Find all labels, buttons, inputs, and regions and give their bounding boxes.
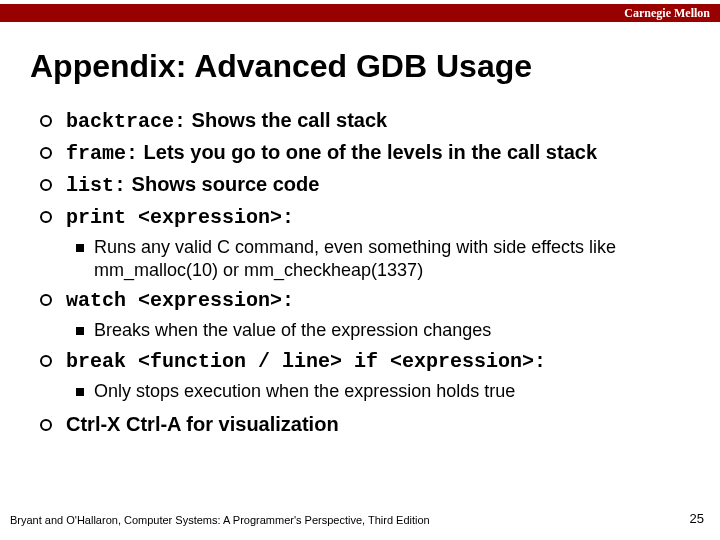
cmd-text: backtrace: bbox=[66, 110, 186, 133]
circle-bullet-icon bbox=[40, 209, 54, 223]
bullet-item: list: Shows source code bbox=[40, 172, 680, 198]
circle-bullet-icon bbox=[40, 113, 54, 127]
square-bullet-icon bbox=[76, 244, 84, 252]
circle-bullet-icon bbox=[40, 145, 54, 159]
circle-bullet-icon bbox=[40, 353, 54, 367]
sub-bullet-item: Runs any valid C command, even something… bbox=[76, 236, 680, 281]
cmd-text: frame: bbox=[66, 142, 138, 165]
cmd-text: print <expression>: bbox=[66, 206, 294, 229]
brand-text: Carnegie Mellon bbox=[624, 4, 710, 22]
square-bullet-icon bbox=[76, 327, 84, 335]
sub-bullet-item: Breaks when the value of the expression … bbox=[76, 319, 680, 342]
sub-text: Runs any valid C command, even something… bbox=[94, 236, 680, 281]
slide-title: Appendix: Advanced GDB Usage bbox=[30, 48, 532, 85]
sub-text: Breaks when the value of the expression … bbox=[94, 319, 491, 342]
bullet-item: watch <expression>: bbox=[40, 287, 680, 313]
desc-text: Lets you go to one of the levels in the … bbox=[138, 141, 597, 163]
cmd-text: watch <expression>: bbox=[66, 289, 294, 312]
bullet-item: backtrace: Shows the call stack bbox=[40, 108, 680, 134]
page-number: 25 bbox=[690, 511, 704, 526]
plain-text: Ctrl-X Ctrl-A for visualization bbox=[66, 412, 339, 437]
desc-text: Shows source code bbox=[126, 173, 319, 195]
bullet-item: print <expression>: bbox=[40, 204, 680, 230]
bullet-item: Ctrl-X Ctrl-A for visualization bbox=[40, 412, 680, 437]
circle-bullet-icon bbox=[40, 177, 54, 191]
footer-citation: Bryant and O'Hallaron, Computer Systems:… bbox=[10, 514, 430, 526]
sub-text: Only stops execution when the expression… bbox=[94, 380, 515, 403]
circle-bullet-icon bbox=[40, 417, 54, 431]
bullet-item: frame: Lets you go to one of the levels … bbox=[40, 140, 680, 166]
square-bullet-icon bbox=[76, 388, 84, 396]
cmd-text: list: bbox=[66, 174, 126, 197]
content-area: backtrace: Shows the call stack frame: L… bbox=[40, 108, 680, 443]
cmd-text: break <function / line> if <expression>: bbox=[66, 350, 546, 373]
circle-bullet-icon bbox=[40, 292, 54, 306]
desc-text: Shows the call stack bbox=[186, 109, 387, 131]
sub-bullet-item: Only stops execution when the expression… bbox=[76, 380, 680, 403]
brand-bar bbox=[0, 4, 720, 22]
bullet-item: break <function / line> if <expression>: bbox=[40, 348, 680, 374]
